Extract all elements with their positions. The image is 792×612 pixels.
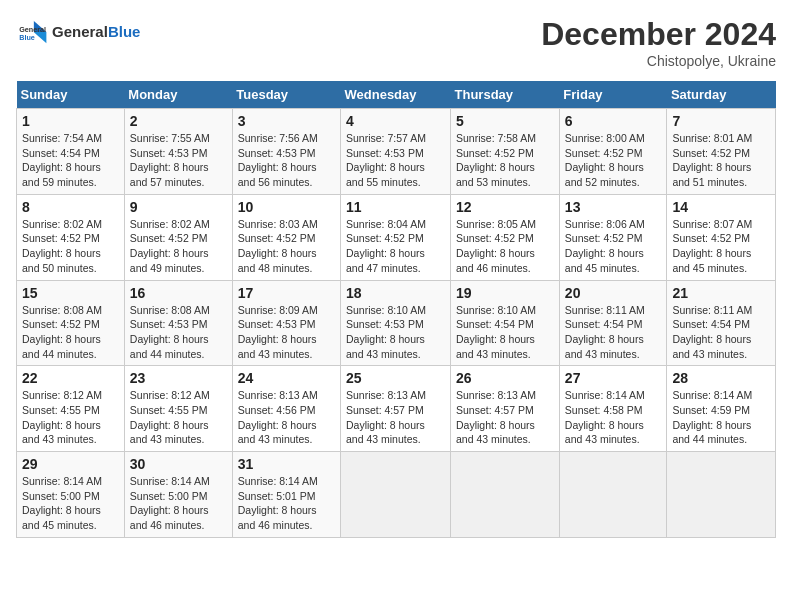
day-detail: Sunrise: 7:56 AMSunset: 4:53 PMDaylight:… — [238, 132, 318, 188]
calendar-cell: 8Sunrise: 8:02 AMSunset: 4:52 PMDaylight… — [17, 194, 125, 280]
calendar-cell: 28Sunrise: 8:14 AMSunset: 4:59 PMDayligh… — [667, 366, 776, 452]
day-number: 28 — [672, 370, 770, 386]
day-detail: Sunrise: 8:10 AMSunset: 4:54 PMDaylight:… — [456, 304, 536, 360]
col-header-saturday: Saturday — [667, 81, 776, 109]
calendar-cell: 11Sunrise: 8:04 AMSunset: 4:52 PMDayligh… — [341, 194, 451, 280]
day-detail: Sunrise: 8:14 AMSunset: 5:01 PMDaylight:… — [238, 475, 318, 531]
day-detail: Sunrise: 8:02 AMSunset: 4:52 PMDaylight:… — [22, 218, 102, 274]
col-header-thursday: Thursday — [451, 81, 560, 109]
calendar-cell: 22Sunrise: 8:12 AMSunset: 4:55 PMDayligh… — [17, 366, 125, 452]
day-number: 25 — [346, 370, 445, 386]
day-number: 22 — [22, 370, 119, 386]
calendar-cell — [341, 452, 451, 538]
day-number: 31 — [238, 456, 335, 472]
col-header-wednesday: Wednesday — [341, 81, 451, 109]
col-header-sunday: Sunday — [17, 81, 125, 109]
day-detail: Sunrise: 8:03 AMSunset: 4:52 PMDaylight:… — [238, 218, 318, 274]
col-header-monday: Monday — [124, 81, 232, 109]
day-number: 24 — [238, 370, 335, 386]
calendar-cell: 7Sunrise: 8:01 AMSunset: 4:52 PMDaylight… — [667, 109, 776, 195]
day-detail: Sunrise: 8:04 AMSunset: 4:52 PMDaylight:… — [346, 218, 426, 274]
calendar-cell: 17Sunrise: 8:09 AMSunset: 4:53 PMDayligh… — [232, 280, 340, 366]
day-number: 12 — [456, 199, 554, 215]
calendar-cell: 21Sunrise: 8:11 AMSunset: 4:54 PMDayligh… — [667, 280, 776, 366]
title-area: December 2024 Chistopolye, Ukraine — [541, 16, 776, 69]
day-number: 23 — [130, 370, 227, 386]
calendar-cell: 15Sunrise: 8:08 AMSunset: 4:52 PMDayligh… — [17, 280, 125, 366]
calendar-cell: 5Sunrise: 7:58 AMSunset: 4:52 PMDaylight… — [451, 109, 560, 195]
day-detail: Sunrise: 8:10 AMSunset: 4:53 PMDaylight:… — [346, 304, 426, 360]
calendar-cell: 2Sunrise: 7:55 AMSunset: 4:53 PMDaylight… — [124, 109, 232, 195]
day-number: 2 — [130, 113, 227, 129]
calendar-cell: 26Sunrise: 8:13 AMSunset: 4:57 PMDayligh… — [451, 366, 560, 452]
week-row-2: 8Sunrise: 8:02 AMSunset: 4:52 PMDaylight… — [17, 194, 776, 280]
calendar-cell: 6Sunrise: 8:00 AMSunset: 4:52 PMDaylight… — [559, 109, 667, 195]
calendar-cell: 9Sunrise: 8:02 AMSunset: 4:52 PMDaylight… — [124, 194, 232, 280]
day-number: 9 — [130, 199, 227, 215]
day-number: 19 — [456, 285, 554, 301]
day-detail: Sunrise: 8:08 AMSunset: 4:53 PMDaylight:… — [130, 304, 210, 360]
calendar-cell: 19Sunrise: 8:10 AMSunset: 4:54 PMDayligh… — [451, 280, 560, 366]
day-detail: Sunrise: 8:06 AMSunset: 4:52 PMDaylight:… — [565, 218, 645, 274]
day-number: 21 — [672, 285, 770, 301]
calendar-cell: 12Sunrise: 8:05 AMSunset: 4:52 PMDayligh… — [451, 194, 560, 280]
day-detail: Sunrise: 8:01 AMSunset: 4:52 PMDaylight:… — [672, 132, 752, 188]
day-detail: Sunrise: 8:14 AMSunset: 5:00 PMDaylight:… — [130, 475, 210, 531]
calendar-cell — [451, 452, 560, 538]
day-detail: Sunrise: 8:13 AMSunset: 4:57 PMDaylight:… — [456, 389, 536, 445]
day-detail: Sunrise: 8:08 AMSunset: 4:52 PMDaylight:… — [22, 304, 102, 360]
week-row-3: 15Sunrise: 8:08 AMSunset: 4:52 PMDayligh… — [17, 280, 776, 366]
day-detail: Sunrise: 8:02 AMSunset: 4:52 PMDaylight:… — [130, 218, 210, 274]
day-detail: Sunrise: 8:11 AMSunset: 4:54 PMDaylight:… — [565, 304, 645, 360]
day-detail: Sunrise: 8:13 AMSunset: 4:56 PMDaylight:… — [238, 389, 318, 445]
day-number: 7 — [672, 113, 770, 129]
calendar-cell: 16Sunrise: 8:08 AMSunset: 4:53 PMDayligh… — [124, 280, 232, 366]
col-header-tuesday: Tuesday — [232, 81, 340, 109]
calendar-header-row: SundayMondayTuesdayWednesdayThursdayFrid… — [17, 81, 776, 109]
calendar-cell — [559, 452, 667, 538]
day-number: 29 — [22, 456, 119, 472]
week-row-1: 1Sunrise: 7:54 AMSunset: 4:54 PMDaylight… — [17, 109, 776, 195]
day-detail: Sunrise: 8:11 AMSunset: 4:54 PMDaylight:… — [672, 304, 752, 360]
calendar-cell: 3Sunrise: 7:56 AMSunset: 4:53 PMDaylight… — [232, 109, 340, 195]
calendar-cell: 18Sunrise: 8:10 AMSunset: 4:53 PMDayligh… — [341, 280, 451, 366]
day-number: 16 — [130, 285, 227, 301]
day-detail: Sunrise: 7:57 AMSunset: 4:53 PMDaylight:… — [346, 132, 426, 188]
calendar-cell: 1Sunrise: 7:54 AMSunset: 4:54 PMDaylight… — [17, 109, 125, 195]
day-number: 5 — [456, 113, 554, 129]
calendar-cell: 27Sunrise: 8:14 AMSunset: 4:58 PMDayligh… — [559, 366, 667, 452]
day-number: 8 — [22, 199, 119, 215]
calendar-cell: 20Sunrise: 8:11 AMSunset: 4:54 PMDayligh… — [559, 280, 667, 366]
week-row-5: 29Sunrise: 8:14 AMSunset: 5:00 PMDayligh… — [17, 452, 776, 538]
week-row-4: 22Sunrise: 8:12 AMSunset: 4:55 PMDayligh… — [17, 366, 776, 452]
day-number: 18 — [346, 285, 445, 301]
day-number: 11 — [346, 199, 445, 215]
calendar-cell: 4Sunrise: 7:57 AMSunset: 4:53 PMDaylight… — [341, 109, 451, 195]
day-detail: Sunrise: 7:55 AMSunset: 4:53 PMDaylight:… — [130, 132, 210, 188]
month-title: December 2024 — [541, 16, 776, 53]
day-detail: Sunrise: 8:07 AMSunset: 4:52 PMDaylight:… — [672, 218, 752, 274]
day-detail: Sunrise: 8:13 AMSunset: 4:57 PMDaylight:… — [346, 389, 426, 445]
header: General Blue GeneralBlue December 2024 C… — [16, 16, 776, 69]
col-header-friday: Friday — [559, 81, 667, 109]
day-detail: Sunrise: 8:14 AMSunset: 5:00 PMDaylight:… — [22, 475, 102, 531]
day-number: 15 — [22, 285, 119, 301]
day-detail: Sunrise: 7:54 AMSunset: 4:54 PMDaylight:… — [22, 132, 102, 188]
day-detail: Sunrise: 8:12 AMSunset: 4:55 PMDaylight:… — [130, 389, 210, 445]
calendar-cell: 25Sunrise: 8:13 AMSunset: 4:57 PMDayligh… — [341, 366, 451, 452]
day-number: 30 — [130, 456, 227, 472]
day-number: 14 — [672, 199, 770, 215]
day-detail: Sunrise: 8:14 AMSunset: 4:59 PMDaylight:… — [672, 389, 752, 445]
day-number: 26 — [456, 370, 554, 386]
calendar-cell — [667, 452, 776, 538]
logo-icon: General Blue — [16, 16, 48, 48]
calendar-cell: 13Sunrise: 8:06 AMSunset: 4:52 PMDayligh… — [559, 194, 667, 280]
calendar-cell: 14Sunrise: 8:07 AMSunset: 4:52 PMDayligh… — [667, 194, 776, 280]
day-detail: Sunrise: 7:58 AMSunset: 4:52 PMDaylight:… — [456, 132, 536, 188]
calendar-cell: 24Sunrise: 8:13 AMSunset: 4:56 PMDayligh… — [232, 366, 340, 452]
day-number: 13 — [565, 199, 662, 215]
day-number: 10 — [238, 199, 335, 215]
calendar-cell: 30Sunrise: 8:14 AMSunset: 5:00 PMDayligh… — [124, 452, 232, 538]
calendar-cell: 29Sunrise: 8:14 AMSunset: 5:00 PMDayligh… — [17, 452, 125, 538]
day-number: 20 — [565, 285, 662, 301]
